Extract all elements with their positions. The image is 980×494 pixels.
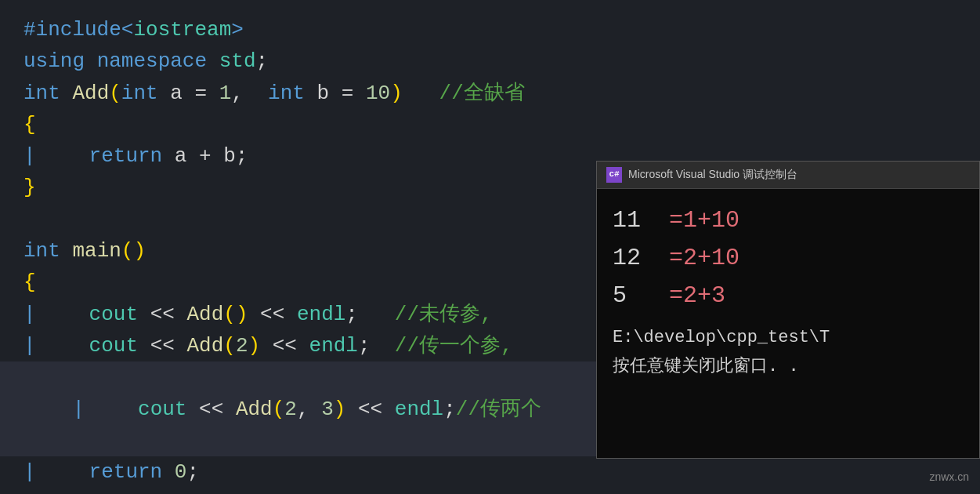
code-line-4: { xyxy=(24,109,956,140)
code-line-15: } xyxy=(24,488,956,494)
console-result-1: 12 =2+10 xyxy=(613,239,964,277)
code-line-3: int Add(int a = 1, int b = 10) //全缺省 xyxy=(24,78,956,109)
console-path: E:\develop\cpp_test\T xyxy=(613,324,964,351)
console-title: Microsoft Visual Studio 调试控制台 xyxy=(628,166,797,183)
console-overlay: c# Microsoft Visual Studio 调试控制台 11 =1+1… xyxy=(596,161,980,459)
code-line-1: #include<iostream> xyxy=(24,14,956,45)
console-result-0: 11 =1+10 xyxy=(613,202,964,239)
console-icon: c# xyxy=(606,167,622,183)
console-body: 11 =1+10 12 =2+10 5 =2+3 E:\develop\cpp_… xyxy=(597,189,979,458)
console-titlebar: c# Microsoft Visual Studio 调试控制台 xyxy=(597,162,979,189)
console-result-2: 5 =2+3 xyxy=(613,277,964,314)
code-line-2: using namespace std; xyxy=(24,45,956,77)
watermark: znwx.cn xyxy=(929,469,969,486)
console-prompt: 按任意键关闭此窗口. . xyxy=(613,351,964,379)
code-line-13: |return 0; xyxy=(24,456,956,488)
editor-area: #include<iostream> using namespace std; … xyxy=(0,0,980,494)
preprocessor: #include xyxy=(24,14,121,45)
